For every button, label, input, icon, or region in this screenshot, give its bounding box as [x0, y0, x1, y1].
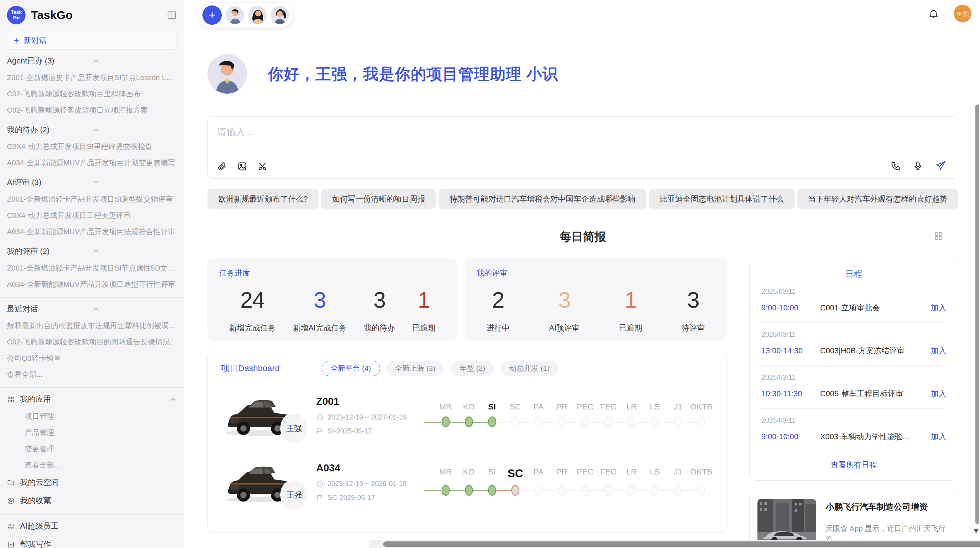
my-cloud-label: 我的云空间: [20, 477, 59, 488]
image-icon[interactable]: [237, 161, 247, 171]
recent-chat-item[interactable]: C02-飞腾新能源轻客改款项目的闭环通告反馈情况: [7, 334, 177, 350]
view-all-chats-link[interactable]: 查看全部...: [7, 366, 177, 383]
filter-model-year[interactable]: 年型 (2): [451, 361, 494, 376]
milestone-label: LR: [620, 402, 643, 411]
send-icon[interactable]: [935, 160, 946, 171]
milestone-label: PA: [527, 467, 550, 480]
join-link[interactable]: 加入: [931, 346, 946, 356]
project-info: Z001 2023-12-19 ~ 2027-01-19 SI-2025-05-…: [316, 396, 420, 435]
sidebar-item[interactable]: C0X4-动力总成开发项目工程变更评审: [7, 207, 177, 224]
join-link[interactable]: 加入: [931, 432, 946, 442]
phone-call-icon[interactable]: [891, 161, 901, 171]
view-all-apps-link[interactable]: 查看全部...: [7, 457, 177, 473]
layout-grid-icon[interactable]: [934, 231, 944, 241]
folder-icon: [7, 479, 15, 486]
stat-label: 我的待办: [364, 323, 395, 333]
new-chat-button[interactable]: + 新对话: [7, 31, 177, 50]
suggestion-chip[interactable]: 当下年轻人对汽车外观有怎样的喜好趋势: [797, 189, 958, 209]
logo-line1: Task: [11, 10, 22, 15]
suggestion-chip[interactable]: 特朗普可能对进口汽车增税会对中国车企造成哪些影响: [439, 189, 646, 209]
clock-icon: [316, 414, 324, 421]
stat-label: 已逾期: [412, 323, 435, 333]
app-item-project-mgmt[interactable]: 项目管理: [7, 408, 177, 425]
scissors-icon[interactable]: [257, 161, 267, 171]
app-title: TaskGo: [31, 9, 167, 22]
sidebar-item[interactable]: C0X4-动力总成开发项目SI里程碑提交物检查: [7, 139, 177, 155]
project-row-z001[interactable]: 王强 Z001 2023-12-19 ~ 2027-01-19: [221, 388, 713, 443]
join-link[interactable]: 加入: [931, 389, 946, 399]
my-review-card: 我的评审 2 进行中 3 AI预评审: [465, 258, 726, 341]
attachment-icon[interactable]: [217, 161, 227, 171]
schedule-title: 日程: [761, 268, 946, 280]
project-row-a034[interactable]: 王强 A034 2023-12-19 ~ 2026-01-19: [221, 454, 713, 509]
collapse-sidebar-icon[interactable]: [167, 10, 177, 20]
stat-label: 已逾期: [619, 323, 642, 333]
chevron-up-icon[interactable]: [92, 305, 177, 313]
chevron-up-icon[interactable]: [92, 247, 177, 255]
schedule-time: 9:00-10:00: [761, 432, 820, 441]
milestone-dot-pending: [627, 416, 636, 427]
brief-left-column: 任务进度 24 新增完成任务 3 新增AI完成任务: [207, 258, 726, 533]
milestone-dot-done: [488, 416, 496, 427]
milestone-label: KO: [457, 402, 480, 411]
project-owner-badge: 王强: [281, 480, 307, 510]
recent-chat-item[interactable]: 公司Q3轻卡销量: [7, 350, 177, 366]
suggestion-chip[interactable]: 如何写一份清晰的项目周报: [321, 189, 436, 209]
project-code: Z001: [316, 396, 420, 408]
chevron-up-icon[interactable]: [92, 126, 177, 134]
section-ai-review[interactable]: AI评审 (3): [7, 173, 177, 191]
sidebar-item[interactable]: Z001-全新燃油轻卡产品开发项目SI节点属性5D文件评审: [7, 260, 177, 276]
logo-line2: Go: [13, 15, 20, 21]
dashboard-header: 项目Dashboard 全新平台 (4) 全新上装 (3) 年型 (2) 动总开…: [221, 361, 713, 376]
vertical-scrollbar-thumb[interactable]: [975, 104, 979, 524]
app-item-change-mgmt[interactable]: 变更管理: [7, 441, 177, 457]
milestone-dot-pending: [511, 416, 519, 427]
stat-label: 新增AI完成任务: [293, 323, 347, 333]
sidebar-item[interactable]: Z001-全新燃油轻卡产品开发项目SI造型提交物评审: [7, 191, 177, 207]
star-badge-icon: [7, 497, 15, 505]
sidebar-item[interactable]: C02-飞腾新能源轻客改款项目立项汇报方案: [7, 102, 177, 118]
ai-super-staff[interactable]: AI超级员工: [7, 517, 177, 535]
my-cloud-space[interactable]: 我的云空间: [7, 473, 177, 491]
microphone-icon[interactable]: [913, 161, 923, 171]
suggestion-chip[interactable]: 欧洲新规最近颁布了什么?: [207, 189, 319, 209]
scroll-down-arrow[interactable]: [973, 529, 979, 533]
recent-chat-item[interactable]: 解释最新出台的欧盟报废车法规再生塑料比例被调至15%...: [7, 318, 177, 334]
my-apps[interactable]: 我的应用: [7, 390, 177, 408]
assistant-avatar: [207, 54, 247, 94]
schedule-card: 日程 2025/03/11 9:00-10:00 C001-立项审批会 加入 2…: [749, 258, 958, 481]
sidebar-item[interactable]: A034-全新新能源MUV产品开发项目法规符合性评审: [7, 224, 177, 240]
sidebar-item[interactable]: Z001-全新燃油皮卡产品开发项目SI节点Lesson Learn报告: [7, 70, 177, 86]
milestone-tag: SC-2025-05-17: [327, 494, 375, 502]
sidebar-item[interactable]: C02-飞腾新能源轻客改款项目里程碑画布: [7, 86, 177, 102]
filter-new-body[interactable]: 全新上装 (3): [386, 361, 445, 376]
app-item-product-mgmt[interactable]: 产品管理: [7, 425, 177, 441]
my-favorites[interactable]: 我的收藏: [7, 491, 177, 510]
project-car-image: 王强: [221, 459, 303, 504]
sidebar-item[interactable]: A034-全新新能源MUV产品开发项目计划变更表编写: [7, 155, 177, 171]
news-card[interactable]: 小鹏飞行汽车制造公司增资 天眼查 App 显示，近日广州汇天飞行汽: [749, 491, 958, 548]
suggestion-chip[interactable]: 比亚迪全固态电池计划具体说了什么: [649, 189, 795, 209]
milestone-tag: SI-2025-05-17: [327, 427, 372, 435]
chevron-up-icon[interactable]: [169, 396, 177, 403]
section-recent-chats[interactable]: 最近对话: [7, 300, 177, 318]
join-link[interactable]: 加入: [931, 303, 946, 313]
section-my-review[interactable]: 我的评审 (2): [7, 242, 177, 260]
milestone-label: FEC: [597, 402, 620, 411]
section-agent-done[interactable]: Agent已办 (3): [7, 52, 177, 70]
sidebar-item[interactable]: A034-全新新能源MUV产品开发项目造型可行性评审: [7, 276, 177, 293]
date-range: 2023-12-19 ~ 2027-01-19: [327, 413, 407, 421]
chat-input[interactable]: [217, 127, 742, 137]
horizontal-scrollbar-thumb[interactable]: [383, 541, 980, 547]
chevron-up-icon[interactable]: [92, 178, 177, 186]
view-all-schedule-link[interactable]: 查看所有日程: [761, 460, 946, 470]
milestone-label: PR: [550, 467, 573, 480]
section-my-todo[interactable]: 我的待办 (2): [7, 121, 177, 139]
sidebar: Task Go TaskGo + 新对话 Agent已办 (3) Z001-全新…: [0, 0, 184, 548]
users-icon: [7, 522, 15, 530]
schedule-event-title: C003|H0B-方案冻结评审: [820, 346, 925, 356]
chevron-up-icon[interactable]: [92, 57, 177, 65]
filter-powertrain[interactable]: 动总开发 (1): [500, 361, 559, 376]
filter-all-new-platform[interactable]: 全新平台 (4): [322, 361, 380, 376]
help-me-write[interactable]: 帮我写作: [7, 535, 177, 548]
